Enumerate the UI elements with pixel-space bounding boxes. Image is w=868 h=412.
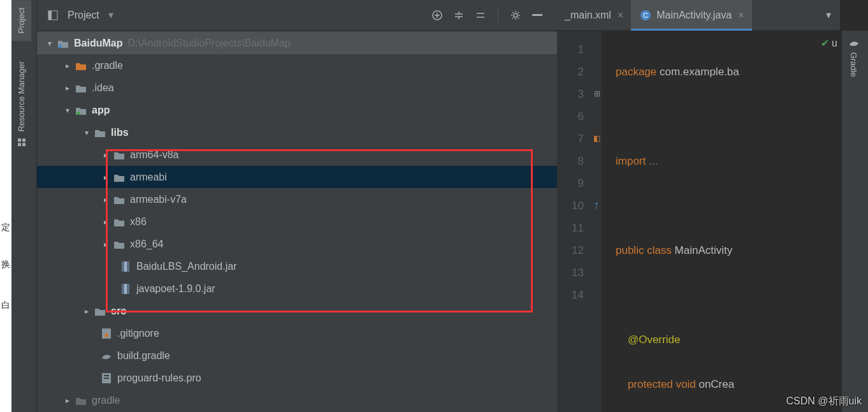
folder-icon (112, 173, 126, 182)
svg-rect-20 (104, 375, 109, 376)
dropdown-icon[interactable]: ▾ (108, 9, 113, 21)
tree-item-gradle[interactable]: ▸ gradle (37, 389, 557, 411)
file-icon (99, 373, 113, 383)
svg-rect-2 (22, 143, 25, 147)
svg-rect-11 (59, 45, 62, 48)
svg-point-9 (514, 13, 517, 17)
folder-icon (93, 128, 107, 137)
code-editor[interactable]: 1 2 3 6 7 8 9 10 11 12 13 14 ⊞ ◧ ⭡ packa… (557, 31, 840, 412)
tree-item-armeabi-v7a[interactable]: ▸ armeabi-v7a (37, 188, 557, 210)
tab-mainactivity-java[interactable]: C MainActivity.java × (631, 0, 751, 31)
svg-point-18 (105, 334, 108, 337)
project-tree[interactable]: ▾ BaiduMap D:\AndroidStudioProjects\Baid… (37, 31, 557, 411)
tree-item-app[interactable]: ▾ app (37, 99, 557, 121)
chevron-down-icon[interactable]: ▾ (43, 39, 56, 48)
editor-tabs: _main.xml × C MainActivity.java × ▾ (557, 0, 840, 31)
class-gutter-icon[interactable]: ◧ (593, 128, 600, 150)
folder-icon (112, 195, 126, 204)
chevron-down-icon[interactable]: ▾ (80, 128, 93, 137)
svg-rect-10 (532, 14, 542, 16)
tree-item-jar1[interactable]: BaiduLBS_Android.jar (37, 255, 557, 277)
settings-icon[interactable] (507, 7, 524, 24)
project-tool-tab[interactable]: Project (11, 0, 31, 41)
close-icon[interactable]: × (618, 10, 623, 21)
tree-item-gitignore[interactable]: .gitignore (37, 322, 557, 344)
project-view-icon (46, 10, 60, 20)
line-gutter: 1 2 3 6 7 8 9 10 11 12 13 14 ⊞ ◧ ⭡ (557, 31, 602, 412)
project-panel-title[interactable]: Project (68, 10, 99, 21)
tree-item-src[interactable]: ▸ src (37, 300, 557, 322)
tree-item-x86[interactable]: ▸ x86 (37, 210, 557, 233)
inspection-ok-icon[interactable]: ✔ u (821, 37, 837, 49)
svg-rect-0 (18, 143, 21, 147)
jar-icon (119, 284, 133, 294)
chevron-right-icon[interactable]: ▸ (99, 151, 112, 159)
folder-icon (112, 217, 126, 226)
gradle-icon (99, 351, 113, 360)
svg-text:C: C (643, 11, 648, 19)
chevron-right-icon[interactable]: ▸ (61, 84, 74, 92)
tree-item-jar2[interactable]: javapoet-1.9.0.jar (37, 277, 557, 300)
tree-root-path: D:\AndroidStudioProjects\BaiduMap (127, 38, 290, 49)
code-area[interactable]: package com.example.ba import ... public… (602, 31, 840, 412)
folder-icon (112, 240, 126, 249)
folder-icon (74, 396, 88, 405)
tree-item-proguard[interactable]: proguard-rules.pro (37, 367, 557, 389)
tree-item-idea-dir[interactable]: ▸ .idea (37, 77, 557, 99)
module-icon (56, 39, 70, 48)
override-gutter-icon[interactable]: ⭡ (593, 195, 600, 217)
chevron-right-icon[interactable]: ▸ (99, 240, 112, 249)
select-opened-file-icon[interactable] (429, 7, 445, 24)
file-icon (99, 328, 113, 339)
project-panel: Project ▾ ▾ BaiduMap D:\AndroidStudioPro… (37, 0, 557, 412)
chevron-down-icon[interactable]: ▾ (61, 106, 74, 115)
gradle-tool-tab[interactable]: Gradle (842, 31, 865, 85)
folder-icon (74, 84, 88, 92)
tree-item-gradle-dir[interactable]: ▸ .gradle (37, 54, 557, 77)
folder-icon (93, 307, 107, 316)
chevron-right-icon[interactable]: ▸ (99, 217, 112, 226)
tree-item-x86-64[interactable]: ▸ x86_64 (37, 233, 557, 255)
right-tool-strip: Gradle (841, 31, 868, 412)
chevron-right-icon[interactable]: ▸ (61, 396, 74, 405)
svg-rect-16 (124, 284, 127, 294)
jar-icon (119, 261, 133, 272)
folder-icon (112, 151, 126, 159)
tree-item-build-gradle[interactable]: build.gradle (37, 344, 557, 367)
tree-root-label: BaiduMap (74, 38, 122, 49)
tree-item-libs[interactable]: ▾ libs (37, 121, 557, 143)
svg-rect-3 (22, 139, 25, 142)
resource-manager-tool-tab[interactable]: Resource Manager (11, 54, 31, 154)
tree-root[interactable]: ▾ BaiduMap D:\AndroidStudioProjects\Baid… (37, 32, 557, 54)
svg-rect-5 (48, 11, 52, 20)
tree-item-arm64[interactable]: ▸ arm64-v8a (37, 143, 557, 166)
chevron-right-icon[interactable]: ▸ (80, 307, 93, 316)
watermark: CSDN @祈雨uik (786, 395, 862, 408)
svg-rect-21 (104, 378, 109, 379)
chevron-right-icon[interactable]: ▸ (99, 173, 112, 182)
tabs-dropdown-icon[interactable]: ▾ (817, 9, 840, 21)
tab-main-xml[interactable]: _main.xml × (557, 0, 631, 31)
expand-all-icon[interactable] (451, 7, 467, 24)
close-icon[interactable]: × (738, 10, 744, 21)
tree-item-armeabi[interactable]: ▸ armeabi (37, 166, 557, 188)
chevron-right-icon[interactable]: ▸ (61, 61, 74, 70)
fold-icon[interactable]: ⊞ (594, 83, 600, 105)
module-icon (74, 106, 88, 115)
chevron-right-icon[interactable]: ▸ (99, 195, 112, 204)
project-panel-header: Project ▾ (37, 0, 557, 31)
class-icon: C (639, 10, 653, 20)
left-tool-strip: Project Resource Manager (11, 0, 37, 412)
svg-rect-14 (124, 261, 127, 272)
folder-icon (74, 61, 88, 70)
hide-icon[interactable] (529, 7, 546, 24)
collapse-all-icon[interactable] (472, 7, 489, 24)
svg-rect-1 (18, 139, 21, 142)
